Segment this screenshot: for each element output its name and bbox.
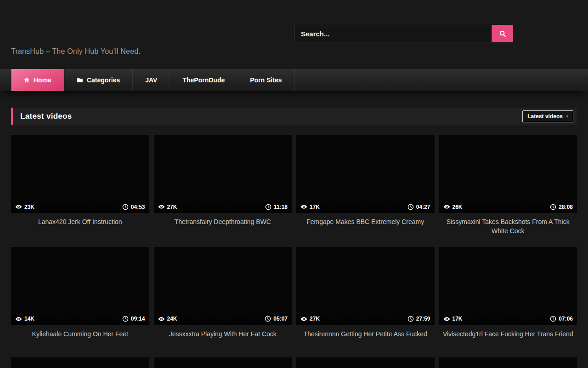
video-duration-value: 04:53	[131, 204, 145, 210]
view-count: 27K	[300, 316, 320, 322]
video-card[interactable]: 26K 28:08 Sissyma	[439, 135, 577, 236]
view-count-value: 17K	[310, 204, 320, 210]
video-thumbnail[interactable]: 23K 04:53	[11, 135, 149, 213]
nav-inner: Home Categories JAV ThePornDude Porn Sit…	[11, 69, 577, 91]
view-count: 17K	[443, 316, 463, 322]
clock-icon	[407, 204, 414, 210]
eye-icon	[443, 203, 450, 210]
video-duration-value: 07:06	[559, 316, 573, 322]
video-duration: 04:53	[122, 204, 145, 210]
folder-icon	[77, 77, 83, 83]
nav-item-label: Porn Sites	[250, 76, 282, 84]
video-meta: 24K 05:07	[154, 313, 292, 325]
video-card-partial[interactable]	[296, 357, 435, 368]
search-icon	[499, 30, 507, 38]
video-thumbnail[interactable]: 24K 05:07	[154, 247, 292, 325]
nav-item-home[interactable]: Home	[11, 69, 64, 91]
video-meta: 14K 09:14	[11, 313, 149, 325]
video-thumbnail[interactable]: 14K 09:14	[11, 247, 149, 325]
clock-icon	[550, 204, 556, 210]
nav-item-jav[interactable]: JAV	[133, 69, 170, 91]
view-count-value: 17K	[452, 316, 463, 322]
video-card-partial[interactable]	[11, 357, 149, 368]
eye-icon	[15, 203, 22, 210]
view-count-value: 26K	[452, 204, 463, 210]
eye-icon	[158, 203, 165, 210]
video-card[interactable]: 17K 07:06 Vivisec	[439, 247, 577, 346]
video-meta: 27K 27:59	[296, 313, 435, 325]
nav-item-theporndude[interactable]: ThePornDude	[170, 69, 237, 91]
sort-dropdown[interactable]: Latest videos ▾	[522, 110, 573, 122]
video-thumbnail[interactable]	[439, 357, 577, 368]
view-count-value: 24K	[167, 316, 177, 322]
eye-icon	[158, 316, 165, 322]
video-duration-value: 09:14	[131, 316, 145, 322]
main-nav: Home Categories JAV ThePornDude Porn Sit…	[0, 69, 588, 91]
nav-item-porn-sites[interactable]: Porn Sites	[237, 69, 294, 91]
video-thumbnail[interactable]: 17K 04:27	[296, 135, 435, 213]
video-duration: 04:27	[407, 204, 430, 210]
video-card[interactable]: 27K 27:59 Thesire	[296, 247, 435, 346]
video-duration-value: 11:18	[274, 204, 288, 210]
video-duration: 11:18	[265, 204, 288, 210]
video-thumbnail[interactable]: 26K 28:08	[439, 135, 577, 213]
view-count: 17K	[300, 203, 320, 210]
video-meta: 26K 28:08	[439, 201, 577, 213]
video-grid: 23K 04:53 Lanax42	[11, 135, 577, 368]
clock-icon	[407, 316, 414, 322]
main-content: Latest videos Latest videos ▾	[11, 108, 577, 368]
nav-item-label: Categories	[87, 76, 120, 84]
chevron-down-icon: ▾	[566, 114, 568, 119]
view-count-value: 14K	[24, 316, 34, 322]
view-count: 27K	[158, 203, 177, 210]
video-card-partial[interactable]	[439, 357, 577, 368]
view-count-value: 27K	[167, 204, 177, 210]
video-title[interactable]: Kyliehaale Cumming On Her Feet	[11, 329, 149, 346]
view-count-value: 27K	[310, 316, 320, 322]
clock-icon	[122, 316, 129, 322]
video-thumbnail[interactable]	[11, 357, 149, 368]
video-title[interactable]: Vivisectedg1rl Face Fucking Her Trans Fr…	[439, 329, 577, 346]
header: TransHub – The Only Hub You’ll Need.	[0, 0, 588, 69]
video-thumbnail[interactable]: 27K 11:18	[154, 135, 292, 213]
video-card-partial[interactable]	[154, 357, 292, 368]
view-count: 23K	[15, 203, 34, 210]
video-title[interactable]: Thetransfairy Deepthroating BWC	[154, 217, 292, 234]
search-button[interactable]	[492, 25, 513, 42]
video-title[interactable]: Jessxxxtra Playing With Her Fat Cock	[154, 329, 292, 346]
section-title: Latest videos	[20, 112, 72, 121]
video-meta: 27K 11:18	[154, 201, 292, 213]
clock-icon	[550, 316, 556, 322]
video-title[interactable]: Thesirennnn Getting Her Petite Ass Fucke…	[296, 329, 435, 346]
video-duration: 09:14	[122, 316, 145, 322]
nav-item-label: ThePornDude	[182, 76, 225, 84]
video-thumbnail[interactable]: 27K 27:59	[296, 247, 435, 325]
sort-label: Latest videos	[527, 113, 563, 120]
video-title[interactable]: Sissymaxinl Takes Backshots From A Thick…	[439, 217, 577, 236]
nav-item-label: Home	[34, 76, 51, 84]
video-thumbnail[interactable]: 17K 07:06	[439, 247, 577, 325]
video-card[interactable]: 14K 09:14 Kylieha	[11, 247, 149, 346]
view-count: 14K	[15, 316, 34, 322]
home-icon	[23, 77, 30, 83]
video-thumbnail[interactable]	[154, 357, 292, 368]
eye-icon	[15, 316, 22, 322]
video-card[interactable]: 17K 04:27 Femgape	[296, 135, 435, 236]
video-card[interactable]: 23K 04:53 Lanax42	[11, 135, 149, 236]
nav-item-categories[interactable]: Categories	[64, 69, 133, 91]
video-card[interactable]: 24K 05:07 Jessxxx	[154, 247, 292, 346]
video-card[interactable]: 27K 11:18 Thetran	[154, 135, 292, 236]
video-thumbnail[interactable]	[296, 357, 435, 368]
video-duration-value: 28:08	[559, 204, 573, 210]
video-meta: 17K 07:06	[439, 313, 577, 325]
video-title[interactable]: Femgape Makes BBC Extremely Creamy	[296, 217, 435, 234]
video-title[interactable]: Lanax420 Jerk Off Instruction	[11, 217, 149, 234]
search-bar	[294, 25, 513, 42]
clock-icon	[265, 204, 271, 210]
clock-icon	[122, 204, 129, 210]
video-duration-value: 27:59	[416, 316, 430, 322]
nav-item-label: JAV	[145, 76, 157, 84]
video-meta: 17K 04:27	[296, 201, 435, 213]
search-input[interactable]	[294, 25, 492, 42]
video-duration: 05:07	[265, 316, 288, 322]
